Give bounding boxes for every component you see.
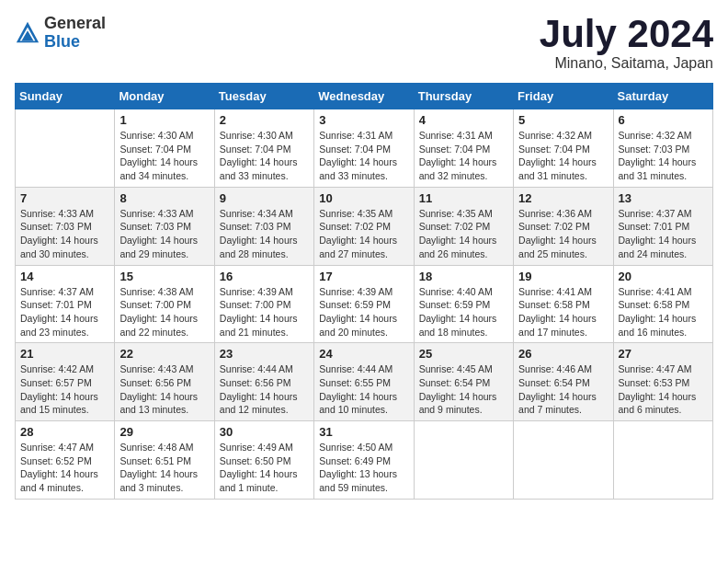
calendar-header-row: SundayMondayTuesdayWednesdayThursdayFrid…	[16, 84, 713, 109]
day-info: Sunrise: 4:38 AM Sunset: 7:00 PM Dayligh…	[119, 285, 209, 339]
day-number: 26	[518, 347, 608, 361]
day-number: 10	[319, 191, 408, 205]
location: Minano, Saitama, Japan	[540, 55, 713, 72]
month-title: July 2024	[540, 15, 713, 53]
day-info: Sunrise: 4:33 AM Sunset: 7:03 PM Dayligh…	[20, 207, 109, 261]
day-info: Sunrise: 4:44 AM Sunset: 6:55 PM Dayligh…	[319, 362, 408, 417]
day-info: Sunrise: 4:39 AM Sunset: 7:00 PM Dayligh…	[220, 285, 309, 339]
weekday-header: Thursday	[414, 84, 513, 109]
day-info: Sunrise: 4:41 AM Sunset: 6:58 PM Dayligh…	[518, 285, 608, 339]
calendar-cell: 15Sunrise: 4:38 AM Sunset: 7:00 PM Dayli…	[115, 265, 214, 343]
calendar-week-row: 7Sunrise: 4:33 AM Sunset: 7:03 PM Daylig…	[16, 187, 713, 265]
calendar-cell: 1Sunrise: 4:30 AM Sunset: 7:04 PM Daylig…	[115, 109, 214, 188]
day-info: Sunrise: 4:31 AM Sunset: 7:04 PM Dayligh…	[419, 129, 508, 183]
calendar-cell: 29Sunrise: 4:48 AM Sunset: 6:51 PM Dayli…	[115, 421, 214, 500]
day-info: Sunrise: 4:47 AM Sunset: 6:53 PM Dayligh…	[619, 362, 708, 417]
day-number: 29	[119, 425, 209, 439]
weekday-header: Sunday	[16, 84, 115, 109]
calendar-cell: 30Sunrise: 4:49 AM Sunset: 6:50 PM Dayli…	[214, 421, 313, 500]
day-number: 11	[419, 191, 508, 205]
day-number: 30	[220, 425, 309, 439]
calendar-cell: 11Sunrise: 4:35 AM Sunset: 7:02 PM Dayli…	[414, 187, 513, 265]
day-number: 3	[319, 113, 408, 127]
day-number: 1	[119, 113, 209, 127]
day-info: Sunrise: 4:46 AM Sunset: 6:54 PM Dayligh…	[518, 362, 608, 417]
day-number: 8	[119, 191, 209, 205]
calendar-week-row: 1Sunrise: 4:30 AM Sunset: 7:04 PM Daylig…	[16, 109, 713, 188]
calendar-cell: 25Sunrise: 4:45 AM Sunset: 6:54 PM Dayli…	[414, 343, 513, 421]
day-number: 25	[419, 347, 508, 361]
day-info: Sunrise: 4:39 AM Sunset: 6:59 PM Dayligh…	[319, 285, 408, 339]
calendar-cell: 3Sunrise: 4:31 AM Sunset: 7:04 PM Daylig…	[314, 109, 414, 188]
calendar-cell: 7Sunrise: 4:33 AM Sunset: 7:03 PM Daylig…	[16, 187, 115, 265]
page-header: General Blue July 2024 Minano, Saitama, …	[15, 15, 713, 72]
day-number: 17	[319, 270, 408, 283]
day-number: 21	[20, 347, 109, 361]
day-info: Sunrise: 4:36 AM Sunset: 7:02 PM Dayligh…	[518, 207, 608, 261]
day-number: 7	[20, 191, 109, 205]
calendar-cell: 13Sunrise: 4:37 AM Sunset: 7:01 PM Dayli…	[613, 187, 712, 265]
calendar-cell: 9Sunrise: 4:34 AM Sunset: 7:03 PM Daylig…	[214, 187, 313, 265]
weekday-header: Wednesday	[314, 84, 414, 109]
day-info: Sunrise: 4:35 AM Sunset: 7:02 PM Dayligh…	[419, 207, 508, 261]
day-info: Sunrise: 4:40 AM Sunset: 6:59 PM Dayligh…	[419, 285, 508, 339]
calendar-cell: 6Sunrise: 4:32 AM Sunset: 7:03 PM Daylig…	[613, 109, 712, 188]
day-number: 5	[518, 113, 608, 127]
calendar-cell	[16, 109, 115, 188]
calendar-cell: 24Sunrise: 4:44 AM Sunset: 6:55 PM Dayli…	[314, 343, 414, 421]
day-info: Sunrise: 4:48 AM Sunset: 6:51 PM Dayligh…	[119, 441, 209, 495]
day-number: 4	[419, 113, 508, 127]
day-number: 2	[220, 113, 309, 127]
day-number: 24	[319, 347, 408, 361]
day-number: 20	[619, 270, 708, 283]
day-number: 12	[518, 191, 608, 205]
day-info: Sunrise: 4:43 AM Sunset: 6:56 PM Dayligh…	[119, 362, 209, 417]
calendar-cell: 12Sunrise: 4:36 AM Sunset: 7:02 PM Dayli…	[514, 187, 613, 265]
calendar-week-row: 28Sunrise: 4:47 AM Sunset: 6:52 PM Dayli…	[16, 421, 713, 500]
weekday-header: Tuesday	[214, 84, 313, 109]
day-number: 15	[119, 270, 209, 283]
day-info: Sunrise: 4:30 AM Sunset: 7:04 PM Dayligh…	[220, 129, 309, 183]
calendar-cell: 27Sunrise: 4:47 AM Sunset: 6:53 PM Dayli…	[613, 343, 712, 421]
title-block: July 2024 Minano, Saitama, Japan	[540, 15, 713, 72]
calendar-cell: 2Sunrise: 4:30 AM Sunset: 7:04 PM Daylig…	[214, 109, 313, 188]
day-number: 18	[419, 270, 508, 283]
day-number: 19	[518, 270, 608, 283]
calendar-cell: 4Sunrise: 4:31 AM Sunset: 7:04 PM Daylig…	[414, 109, 513, 188]
day-info: Sunrise: 4:37 AM Sunset: 7:01 PM Dayligh…	[20, 285, 109, 339]
logo-icon	[15, 20, 40, 46]
calendar-cell: 5Sunrise: 4:32 AM Sunset: 7:04 PM Daylig…	[514, 109, 613, 188]
day-info: Sunrise: 4:44 AM Sunset: 6:56 PM Dayligh…	[220, 362, 309, 417]
calendar-cell: 26Sunrise: 4:46 AM Sunset: 6:54 PM Dayli…	[514, 343, 613, 421]
day-info: Sunrise: 4:45 AM Sunset: 6:54 PM Dayligh…	[419, 362, 508, 417]
calendar-cell: 20Sunrise: 4:41 AM Sunset: 6:58 PM Dayli…	[613, 265, 712, 343]
calendar-cell: 22Sunrise: 4:43 AM Sunset: 6:56 PM Dayli…	[115, 343, 214, 421]
logo-general: General	[44, 15, 106, 33]
logo: General Blue	[15, 15, 106, 52]
calendar-cell: 16Sunrise: 4:39 AM Sunset: 7:00 PM Dayli…	[214, 265, 313, 343]
calendar-cell: 14Sunrise: 4:37 AM Sunset: 7:01 PM Dayli…	[16, 265, 115, 343]
day-number: 13	[619, 191, 708, 205]
day-number: 6	[619, 113, 708, 127]
calendar-cell: 8Sunrise: 4:33 AM Sunset: 7:03 PM Daylig…	[115, 187, 214, 265]
calendar-cell: 28Sunrise: 4:47 AM Sunset: 6:52 PM Dayli…	[16, 421, 115, 500]
day-number: 27	[619, 347, 708, 361]
calendar-cell: 23Sunrise: 4:44 AM Sunset: 6:56 PM Dayli…	[214, 343, 313, 421]
calendar-cell	[414, 421, 513, 500]
calendar-week-row: 14Sunrise: 4:37 AM Sunset: 7:01 PM Dayli…	[16, 265, 713, 343]
day-info: Sunrise: 4:30 AM Sunset: 7:04 PM Dayligh…	[119, 129, 209, 183]
calendar-cell: 21Sunrise: 4:42 AM Sunset: 6:57 PM Dayli…	[16, 343, 115, 421]
day-info: Sunrise: 4:41 AM Sunset: 6:58 PM Dayligh…	[619, 285, 708, 339]
day-info: Sunrise: 4:37 AM Sunset: 7:01 PM Dayligh…	[619, 207, 708, 261]
day-info: Sunrise: 4:32 AM Sunset: 7:03 PM Dayligh…	[619, 129, 708, 183]
calendar-cell	[514, 421, 613, 500]
day-info: Sunrise: 4:32 AM Sunset: 7:04 PM Dayligh…	[518, 129, 608, 183]
weekday-header: Friday	[514, 84, 613, 109]
day-number: 9	[220, 191, 309, 205]
day-info: Sunrise: 4:47 AM Sunset: 6:52 PM Dayligh…	[20, 441, 109, 495]
day-number: 14	[20, 270, 109, 283]
day-info: Sunrise: 4:42 AM Sunset: 6:57 PM Dayligh…	[20, 362, 109, 417]
day-info: Sunrise: 4:49 AM Sunset: 6:50 PM Dayligh…	[220, 441, 309, 495]
day-number: 22	[119, 347, 209, 361]
calendar-cell: 31Sunrise: 4:50 AM Sunset: 6:49 PM Dayli…	[314, 421, 414, 500]
